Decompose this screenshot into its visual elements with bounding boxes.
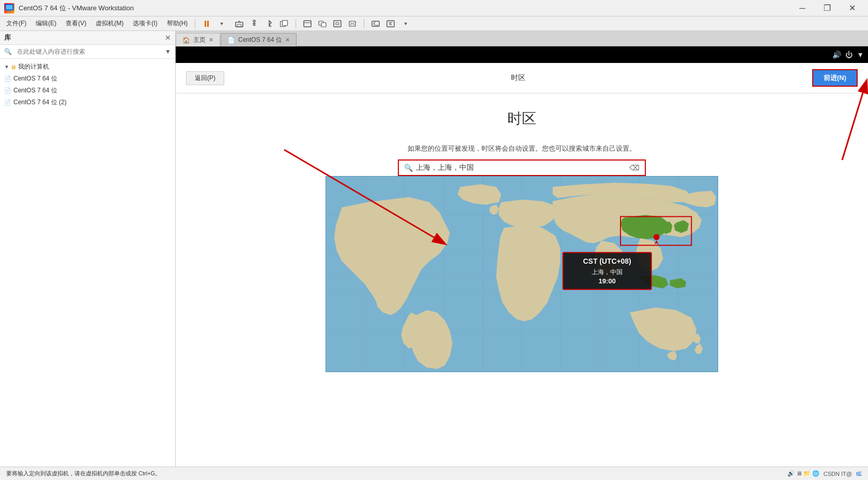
title-bar-left: CentOS 7 64 位 - VMware Workstation (4, 3, 134, 13)
back-button[interactable]: 返回(P) (186, 71, 224, 85)
menu-vm[interactable]: 虚拟机(M) (91, 18, 128, 29)
volume-icon[interactable]: 🔊 (832, 51, 841, 59)
installer-nav: 返回(P) 时区 前进(N) (176, 63, 868, 93)
menu-edit[interactable]: 编辑(E) (32, 18, 60, 29)
centos-tab-icon: 📄 (227, 37, 235, 44)
status-bar: 要将输入定向到该虚拟机，请在虚拟机内部单击或按 Ctrl+G。 🔊 🖥 📁 🌐 … (0, 467, 868, 480)
centos-tab-close[interactable]: ✕ (285, 37, 290, 43)
sidebar: 库 ✕ 🔍 ▼ ▼ 🖥 我的计算机 📄 CentOS 7 64 位 📄 Cent… (0, 31, 176, 467)
tree-vm2-label: CentOS 7 64 位 (13, 86, 57, 95)
window-title: CentOS 7 64 位 - VMware Workstation (19, 4, 134, 13)
timezone-clear-button[interactable]: ⌫ (629, 164, 640, 172)
svg-text:CST (UTC+08): CST (UTC+08) (583, 257, 631, 265)
power-icon[interactable]: ⏻ (845, 51, 853, 59)
fit-button[interactable] (330, 18, 345, 29)
sidebar-close-button[interactable]: ✕ (165, 34, 171, 42)
sidebar-search: 🔍 ▼ (0, 45, 175, 59)
pause-button[interactable] (199, 18, 214, 29)
app-icon (4, 3, 14, 13)
separator (195, 19, 195, 28)
title-bar: CentOS 7 64 位 - VMware Workstation ─ ❐ ✕ (0, 0, 868, 17)
timezone-search-input[interactable] (416, 164, 629, 172)
search-dropdown-icon[interactable]: ▼ (165, 48, 171, 55)
separator2 (296, 19, 296, 28)
tab-bar: 🏠 主页 ✕ 📄 CentOS 7 64 位 ✕ (176, 31, 868, 46)
folder-icon: 🖥 (10, 64, 16, 70)
tree-vm1-label: CentOS 7 64 位 (13, 74, 57, 83)
console-button[interactable] (368, 18, 383, 29)
status-extra: tE (856, 471, 862, 477)
svg-point-32 (654, 234, 660, 240)
guest-button[interactable] (383, 18, 398, 29)
home-tab-icon: 🏠 (182, 37, 190, 44)
bluetooth-button[interactable] (262, 18, 276, 29)
menu-tab[interactable]: 选项卡(I) (129, 18, 161, 29)
vm-icon-3: 📄 (4, 99, 11, 106)
timezone-heading: 时区 (507, 109, 536, 129)
tree-item-vm1[interactable]: 📄 CentOS 7 64 位 (0, 73, 175, 85)
home-tab-label: 主页 (193, 36, 206, 44)
tree-root-label: 我的计算机 (18, 62, 49, 71)
separator3 (364, 19, 364, 28)
centos-tab-label: CentOS 7 64 位 (238, 36, 282, 44)
sidebar-search-input[interactable] (14, 47, 163, 56)
sidebar-title: 库 (4, 33, 11, 42)
tree-item-vm3[interactable]: 📄 CentOS 7 64 位 (2) (0, 97, 175, 108)
svg-text:上海，中国: 上海，中国 (592, 268, 623, 276)
window-controls: ─ ❐ ✕ (791, 0, 864, 17)
svg-rect-8 (283, 20, 288, 25)
close-button[interactable]: ✕ (840, 0, 864, 17)
toolbar-group-network (232, 18, 291, 29)
status-icons: 🔊 🖥 📁 🌐 (787, 470, 819, 477)
world-map[interactable]: CST (UTC+08) 上海，中国 19:00 (326, 176, 718, 372)
toolbar-group-view (300, 18, 360, 29)
fullscreen-button[interactable] (345, 18, 360, 29)
tree-vm3-label: CentOS 7 64 位 (2) (13, 98, 67, 107)
restore-button[interactable]: ❐ (815, 0, 839, 17)
timezone-page: 时区 如果您的位置可被发现，时区将会自动设置。您也可以搜索城市来自己设置。 🔍 … (176, 93, 868, 467)
vm-icon-1: 📄 (4, 75, 11, 82)
svg-rect-9 (304, 21, 311, 27)
main-area: 🏠 主页 ✕ 📄 CentOS 7 64 位 ✕ 🔊 ⏻ ▼ (176, 31, 868, 467)
vm-toolbar-icons: 🔊 ⏻ ▼ (832, 51, 864, 59)
toolbar-group-console: ▼ (368, 18, 413, 29)
timezone-search-box: 🔍 ⌫ (398, 159, 646, 176)
tab-centos[interactable]: 📄 CentOS 7 64 位 ✕ (221, 33, 297, 46)
vm-icon-2: 📄 (4, 87, 11, 94)
status-right: 🔊 🖥 📁 🌐 CSDN IT@ tE (787, 470, 862, 477)
toolbar-group-pause: ▼ (199, 18, 229, 29)
next-button[interactable]: 前进(N) (812, 69, 858, 87)
timezone-search-icon: 🔍 (404, 164, 413, 172)
usb-button[interactable] (247, 18, 261, 29)
dropdown-icon[interactable]: ▼ (857, 51, 864, 59)
world-map-wrapper: CST (UTC+08) 上海，中国 19:00 (326, 176, 718, 372)
menu-bar: 文件(F) 编辑(E) 查看(V) 虚拟机(M) 选项卡(I) 帮助(H) ▼ (0, 17, 868, 31)
tab-home[interactable]: 🏠 主页 ✕ (176, 33, 220, 46)
tree-item-root[interactable]: ▼ 🖥 我的计算机 (0, 61, 175, 73)
minimize-button[interactable]: ─ (791, 0, 814, 17)
pause-dropdown[interactable]: ▼ (214, 18, 229, 29)
vm-toolbar: 🔊 ⏻ ▼ (176, 46, 868, 63)
svg-rect-1 (6, 5, 12, 9)
next-button-wrapper: 前进(N) (812, 69, 858, 87)
tree-expand-icon: ▼ (4, 64, 9, 70)
console-dropdown[interactable]: ▼ (398, 18, 413, 29)
home-tab-close[interactable]: ✕ (209, 37, 213, 43)
search-icon: 🔍 (4, 48, 12, 55)
svg-text:19:00: 19:00 (599, 277, 616, 285)
menu-view[interactable]: 查看(V) (61, 18, 90, 29)
network-button[interactable] (232, 18, 246, 29)
snapshot-button[interactable] (277, 18, 291, 29)
single-window-button[interactable] (300, 18, 315, 29)
installer-nav-title: 时区 (511, 73, 525, 83)
svg-rect-12 (334, 21, 341, 27)
svg-rect-3 (7, 11, 12, 12)
status-user: CSDN IT@ (824, 471, 852, 477)
map-svg: CST (UTC+08) 上海，中国 19:00 (326, 177, 718, 372)
main-layout: 库 ✕ 🔍 ▼ ▼ 🖥 我的计算机 📄 CentOS 7 64 位 📄 Cent… (0, 31, 868, 467)
multi-window-button[interactable] (315, 18, 330, 29)
menu-file[interactable]: 文件(F) (2, 18, 30, 29)
menu-help[interactable]: 帮助(H) (163, 18, 192, 29)
tree-item-vm2[interactable]: 📄 CentOS 7 64 位 (0, 85, 175, 97)
svg-rect-16 (388, 21, 393, 22)
